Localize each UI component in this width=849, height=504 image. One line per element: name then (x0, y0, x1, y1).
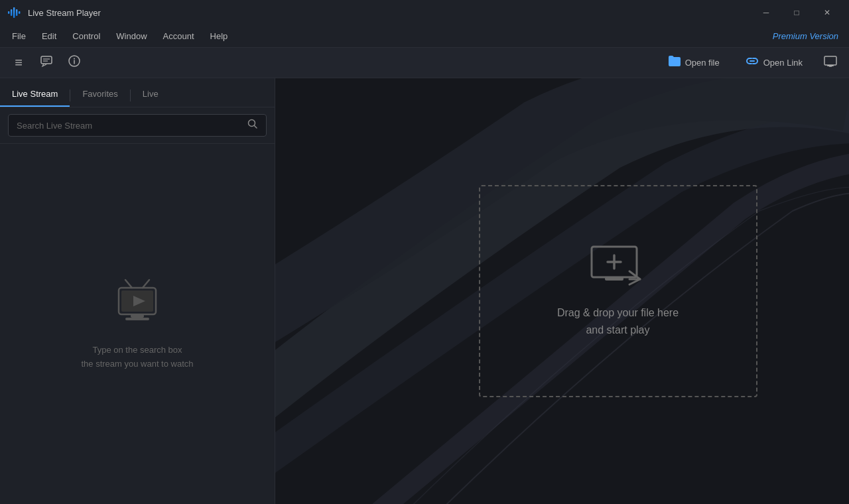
menu-edit[interactable]: Edit (34, 29, 64, 44)
svg-point-10 (74, 58, 75, 60)
drop-zone-text: Drag & drop your file here and start pla… (557, 304, 679, 338)
svg-rect-12 (824, 56, 836, 65)
cast-button[interactable] (818, 51, 842, 75)
premium-version-label[interactable]: Premium Version (773, 31, 845, 41)
drop-icon (588, 243, 648, 292)
search-box-container (0, 107, 275, 144)
svg-line-18 (143, 280, 149, 288)
open-file-button[interactable]: Open file (657, 50, 729, 76)
menu-control[interactable]: Control (64, 29, 108, 44)
hamburger-menu-button[interactable]: ≡ (7, 51, 31, 75)
tab-favorites[interactable]: Favorites (70, 82, 129, 107)
tab-bar: Live Stream Favorites Live (0, 78, 275, 107)
open-file-icon (667, 54, 681, 72)
open-link-button[interactable]: Open Link (736, 50, 812, 76)
drop-zone[interactable]: Drag & drop your file here and start pla… (479, 185, 757, 397)
svg-rect-22 (131, 314, 144, 318)
menu-account[interactable]: Account (155, 29, 202, 44)
tv-icon (111, 277, 164, 333)
menu-help[interactable]: Help (202, 29, 236, 44)
tab-live[interactable]: Live (131, 82, 170, 107)
close-button[interactable]: ✕ (812, 0, 842, 25)
app-title: Live Stream Player (28, 8, 751, 18)
tab-live-stream[interactable]: Live Stream (0, 82, 70, 107)
hamburger-icon: ≡ (15, 55, 23, 70)
maximize-button[interactable]: □ (781, 0, 812, 25)
open-link-label: Open Link (763, 58, 803, 68)
minimize-button[interactable]: ─ (751, 0, 781, 25)
svg-rect-2 (13, 7, 15, 18)
svg-rect-23 (125, 318, 149, 320)
title-bar: Live Stream Player ─ □ ✕ (0, 0, 849, 25)
svg-rect-0 (8, 11, 10, 14)
info-icon (68, 54, 81, 71)
menu-bar: File Edit Control Window Account Help Pr… (0, 25, 849, 48)
svg-rect-3 (16, 9, 18, 16)
svg-line-17 (125, 280, 132, 288)
svg-rect-1 (11, 9, 13, 16)
search-icon (247, 120, 258, 131)
right-panel: Drag & drop your file here and start pla… (275, 78, 849, 504)
left-panel-content: Type on the search box the stream you wa… (0, 144, 275, 504)
menu-file[interactable]: File (4, 29, 34, 44)
empty-hint-text: Type on the search box the stream you wa… (81, 344, 193, 371)
app-logo (7, 5, 23, 21)
search-field-container (8, 114, 267, 137)
open-file-label: Open file (685, 58, 720, 68)
left-panel: Live Stream Favorites Live (0, 78, 275, 504)
info-button[interactable] (62, 51, 86, 75)
svg-rect-5 (41, 56, 52, 64)
chat-button[interactable] (34, 51, 58, 75)
toolbar-right-actions: Open file Open Link (657, 50, 842, 76)
svg-rect-4 (19, 11, 21, 14)
svg-line-16 (255, 126, 257, 129)
menu-window[interactable]: Window (108, 29, 155, 44)
search-button[interactable] (245, 117, 261, 133)
open-link-icon (745, 54, 759, 72)
toolbar: ≡ Open file (0, 48, 849, 78)
chat-icon (40, 54, 53, 71)
main-content: Live Stream Favorites Live (0, 78, 849, 504)
cast-icon (823, 54, 838, 72)
search-input[interactable] (14, 119, 245, 132)
window-controls: ─ □ ✕ (751, 0, 842, 25)
svg-rect-27 (605, 277, 623, 281)
